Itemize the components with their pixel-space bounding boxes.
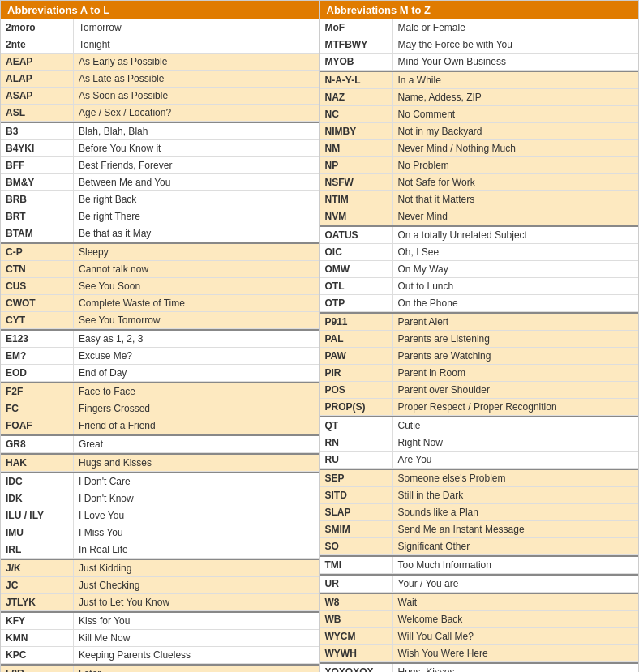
abbreviation: E123: [1, 331, 74, 347]
table-row: BTAMBe that as it May: [1, 225, 320, 242]
meaning: Hugs and Kisses: [74, 455, 320, 471]
table-row: OATUSOn a totally Unrelated Subject: [320, 225, 639, 244]
meaning: Later: [74, 666, 320, 672]
table-row: W8Wait: [320, 593, 639, 611]
meaning: Just Kidding: [74, 560, 320, 576]
meaning: I Don't Care: [74, 473, 320, 490]
table-row: PALParents are Listening: [320, 331, 639, 348]
meaning: Parents are Listening: [393, 331, 639, 347]
meaning: Someone else's Problem: [393, 470, 639, 486]
meaning: May the Force be with You: [393, 36, 639, 53]
abbreviation: GR8: [1, 436, 74, 452]
abbreviation: OATUS: [320, 227, 393, 243]
table-row: P911Parent Alert: [320, 312, 639, 331]
meaning: I Don't Know: [74, 490, 320, 507]
right-column: Abbreviations M to ZMoFMale or FemaleMTF…: [320, 0, 640, 672]
table-row: NCNo Comment: [320, 106, 639, 123]
main-container: Abbreviations A to L2moroTomorrow2nteTon…: [0, 0, 639, 672]
meaning: Name, Addess, ZIP: [393, 89, 639, 105]
meaning: Out to Lunch: [393, 278, 639, 294]
table-row: WBWelcome Back: [320, 611, 639, 628]
meaning: Between Me and You: [74, 174, 320, 190]
abbreviation: KPC: [1, 647, 74, 663]
meaning: Great: [74, 436, 320, 452]
table-row: OTLOut to Lunch: [320, 278, 639, 295]
table-row: IRLIn Real Life: [1, 541, 320, 559]
abbreviation: PIR: [320, 365, 393, 381]
abbreviation: CUS: [1, 278, 74, 294]
meaning: As Late as Possible: [74, 71, 320, 87]
meaning: Tonight: [74, 36, 320, 53]
abbreviation: OTP: [320, 295, 393, 311]
meaning: Significant Other: [393, 538, 639, 554]
abbreviation: C-P: [1, 244, 74, 260]
meaning: Cutie: [393, 417, 639, 434]
abbreviation: B3: [1, 123, 74, 139]
table-row: NIMBYNot in my Backyard: [320, 123, 639, 140]
abbreviation: POS: [320, 382, 393, 398]
table-row: B4YKIBefore You Know it: [1, 140, 320, 157]
meaning: I Miss You: [74, 524, 320, 541]
abbreviation: NTIM: [320, 191, 393, 208]
meaning: Friend of a Friend: [74, 417, 320, 434]
abbreviation: J/K: [1, 560, 74, 576]
table-row: SLAPSounds like a Plan: [320, 504, 639, 521]
meaning: Sleepy: [74, 244, 320, 260]
table-row: EM?Excuse Me?: [1, 348, 320, 365]
table-row: BFFBest Friends, Forever: [1, 157, 320, 174]
meaning: I Love You: [74, 507, 320, 524]
table-row: NVMNever Mind: [320, 208, 639, 225]
table-row: BRTBe right There: [1, 208, 320, 225]
abbreviation: W8: [320, 594, 393, 610]
meaning: Sounds like a Plan: [393, 504, 639, 520]
table-row: AEAPAs Early as Possible: [1, 54, 320, 71]
abbreviation: ASL: [1, 105, 74, 121]
abbreviation: SMIM: [320, 521, 393, 537]
abbreviation: BRB: [1, 191, 74, 208]
table-row: C-PSleepy: [1, 242, 320, 261]
table-row: J/KJust Kidding: [1, 559, 320, 577]
abbreviation: RN: [320, 434, 393, 451]
table-row: CYTSee You Tomorrow: [1, 312, 320, 329]
abbreviation: KFY: [1, 613, 74, 629]
abbreviation: NM: [320, 140, 393, 156]
table-row: MYOBMind Your Own Business: [320, 54, 639, 71]
table-row: PROP(S)Proper Respect / Proper Recogniti…: [320, 399, 639, 416]
meaning: Not in my Backyard: [393, 123, 639, 139]
abbreviation: IDK: [1, 490, 74, 507]
abbreviation: PROP(S): [320, 399, 393, 415]
meaning: See You Tomorrow: [74, 312, 320, 328]
meaning: Parent over Shoulder: [393, 382, 639, 398]
meaning: In a While: [393, 72, 639, 88]
meaning: Still in the Dark: [393, 487, 639, 503]
abbreviation: OTL: [320, 278, 393, 294]
table-row: N-A-Y-LIn a While: [320, 71, 639, 89]
abbreviation: NC: [320, 106, 393, 122]
meaning: Will You Call Me?: [393, 628, 639, 644]
table-row: WYWHWish You Were Here: [320, 645, 639, 662]
meaning: Excuse Me?: [74, 348, 320, 364]
abbreviation: BTAM: [1, 225, 74, 242]
table-row: WYCMWill You Call Me?: [320, 628, 639, 645]
abbreviation: HAK: [1, 455, 74, 471]
abbreviation: CWOT: [1, 295, 74, 311]
meaning: Tomorrow: [74, 19, 320, 36]
meaning: Just Checking: [74, 577, 320, 593]
abbreviation: MYOB: [320, 54, 393, 70]
table-row: FOAFFriend of a Friend: [1, 417, 320, 434]
meaning: Blah, Blah, Blah: [74, 123, 320, 139]
abbreviation: BM&Y: [1, 174, 74, 190]
abbreviation: CYT: [1, 312, 74, 328]
meaning: Parent Alert: [393, 314, 639, 330]
abbreviation: 2nte: [1, 36, 74, 53]
meaning: Right Now: [393, 434, 639, 451]
table-row: QTCutie: [320, 416, 639, 434]
abbreviation: MTFBWY: [320, 36, 393, 53]
meaning: Wait: [393, 594, 639, 610]
abbreviation: ASAP: [1, 88, 74, 104]
table-row: ILU / ILYI Love You: [1, 507, 320, 524]
table-row: F2FFace to Face: [1, 382, 320, 400]
abbreviation: WYCM: [320, 628, 393, 644]
table-row: OMWOn My Way: [320, 261, 639, 278]
abbreviation: OMW: [320, 261, 393, 277]
